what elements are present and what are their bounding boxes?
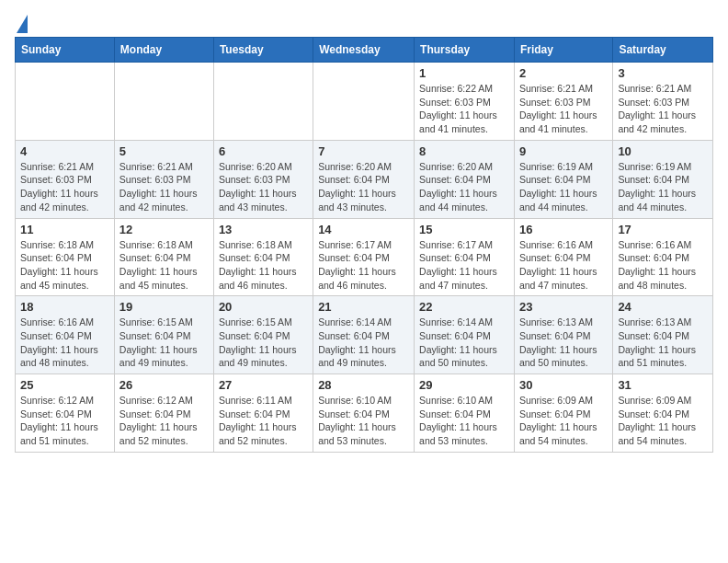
day-number: 11 xyxy=(20,223,109,236)
calendar-cell: 9 Sunrise: 6:19 AM Sunset: 6:04 PM Dayli… xyxy=(514,140,612,218)
day-info: Sunrise: 6:20 AM Sunset: 6:03 PM Dayligh… xyxy=(219,160,308,214)
calendar-cell: 18 Sunrise: 6:16 AM Sunset: 6:04 PM Dayl… xyxy=(16,296,115,374)
calendar-cell: 13 Sunrise: 6:18 AM Sunset: 6:04 PM Dayl… xyxy=(213,218,313,296)
day-info: Sunrise: 6:12 AM Sunset: 6:04 PM Dayligh… xyxy=(119,394,209,448)
calendar-cell xyxy=(213,63,313,141)
calendar-cell: 25 Sunrise: 6:12 AM Sunset: 6:04 PM Dayl… xyxy=(16,374,115,453)
day-number: 17 xyxy=(618,223,708,236)
header-tuesday: Tuesday xyxy=(213,38,313,63)
calendar-cell: 28 Sunrise: 6:10 AM Sunset: 6:04 PM Dayl… xyxy=(313,374,415,453)
day-info: Sunrise: 6:10 AM Sunset: 6:04 PM Dayligh… xyxy=(318,394,409,448)
day-info: Sunrise: 6:14 AM Sunset: 6:04 PM Dayligh… xyxy=(419,316,509,370)
calendar-cell: 11 Sunrise: 6:18 AM Sunset: 6:04 PM Dayl… xyxy=(16,218,115,296)
day-info: Sunrise: 6:19 AM Sunset: 6:04 PM Dayligh… xyxy=(618,160,708,214)
day-number: 4 xyxy=(20,144,109,158)
week-row-4: 18 Sunrise: 6:16 AM Sunset: 6:04 PM Dayl… xyxy=(16,296,713,374)
day-number: 16 xyxy=(519,223,608,236)
day-info: Sunrise: 6:15 AM Sunset: 6:04 PM Dayligh… xyxy=(119,316,209,370)
day-number: 24 xyxy=(618,300,708,314)
header-wednesday: Wednesday xyxy=(313,38,415,63)
day-info: Sunrise: 6:11 AM Sunset: 6:04 PM Dayligh… xyxy=(219,394,308,448)
logo xyxy=(15,15,28,29)
day-number: 31 xyxy=(618,378,708,392)
day-number: 9 xyxy=(519,144,608,158)
day-number: 25 xyxy=(20,378,109,392)
day-number: 15 xyxy=(419,223,509,236)
calendar-cell: 26 Sunrise: 6:12 AM Sunset: 6:04 PM Dayl… xyxy=(114,374,213,453)
calendar-cell: 1 Sunrise: 6:22 AM Sunset: 6:03 PM Dayli… xyxy=(415,63,515,141)
calendar-cell: 8 Sunrise: 6:20 AM Sunset: 6:04 PM Dayli… xyxy=(415,140,515,218)
calendar-cell: 19 Sunrise: 6:15 AM Sunset: 6:04 PM Dayl… xyxy=(114,296,213,374)
calendar-cell: 12 Sunrise: 6:18 AM Sunset: 6:04 PM Dayl… xyxy=(114,218,213,296)
day-info: Sunrise: 6:18 AM Sunset: 6:04 PM Dayligh… xyxy=(219,238,308,293)
day-number: 6 xyxy=(219,144,308,158)
day-number: 14 xyxy=(318,223,409,236)
calendar-cell: 23 Sunrise: 6:13 AM Sunset: 6:04 PM Dayl… xyxy=(514,296,612,374)
day-number: 28 xyxy=(318,378,409,392)
day-info: Sunrise: 6:19 AM Sunset: 6:04 PM Dayligh… xyxy=(519,160,608,214)
day-info: Sunrise: 6:10 AM Sunset: 6:04 PM Dayligh… xyxy=(419,394,509,448)
calendar-cell: 20 Sunrise: 6:15 AM Sunset: 6:04 PM Dayl… xyxy=(213,296,313,374)
day-info: Sunrise: 6:18 AM Sunset: 6:04 PM Dayligh… xyxy=(119,238,209,293)
header-monday: Monday xyxy=(114,38,213,63)
day-number: 29 xyxy=(419,378,509,392)
day-info: Sunrise: 6:16 AM Sunset: 6:04 PM Dayligh… xyxy=(519,238,608,293)
day-info: Sunrise: 6:20 AM Sunset: 6:04 PM Dayligh… xyxy=(419,160,509,214)
calendar-cell: 2 Sunrise: 6:21 AM Sunset: 6:03 PM Dayli… xyxy=(514,63,612,141)
week-row-2: 4 Sunrise: 6:21 AM Sunset: 6:03 PM Dayli… xyxy=(16,140,713,218)
calendar-cell: 24 Sunrise: 6:13 AM Sunset: 6:04 PM Dayl… xyxy=(613,296,713,374)
calendar-cell xyxy=(313,63,415,141)
day-number: 7 xyxy=(318,144,409,158)
day-info: Sunrise: 6:20 AM Sunset: 6:04 PM Dayligh… xyxy=(318,160,409,214)
calendar-cell: 6 Sunrise: 6:20 AM Sunset: 6:03 PM Dayli… xyxy=(213,140,313,218)
day-info: Sunrise: 6:13 AM Sunset: 6:04 PM Dayligh… xyxy=(618,316,708,370)
day-number: 30 xyxy=(519,378,608,392)
day-number: 18 xyxy=(20,300,109,314)
day-number: 2 xyxy=(519,66,608,80)
day-info: Sunrise: 6:14 AM Sunset: 6:04 PM Dayligh… xyxy=(318,316,409,370)
calendar-cell: 31 Sunrise: 6:09 AM Sunset: 6:04 PM Dayl… xyxy=(613,374,713,453)
calendar-cell xyxy=(114,63,213,141)
calendar-cell: 15 Sunrise: 6:17 AM Sunset: 6:04 PM Dayl… xyxy=(415,218,515,296)
day-number: 12 xyxy=(119,223,209,236)
day-info: Sunrise: 6:09 AM Sunset: 6:04 PM Dayligh… xyxy=(618,394,708,448)
calendar-cell xyxy=(16,63,115,141)
week-row-1: 1 Sunrise: 6:22 AM Sunset: 6:03 PM Dayli… xyxy=(16,63,713,141)
header-thursday: Thursday xyxy=(415,38,515,63)
day-number: 5 xyxy=(119,144,209,158)
day-info: Sunrise: 6:21 AM Sunset: 6:03 PM Dayligh… xyxy=(618,82,708,136)
day-info: Sunrise: 6:15 AM Sunset: 6:04 PM Dayligh… xyxy=(219,316,308,370)
calendar-cell: 7 Sunrise: 6:20 AM Sunset: 6:04 PM Dayli… xyxy=(313,140,415,218)
day-info: Sunrise: 6:13 AM Sunset: 6:04 PM Dayligh… xyxy=(519,316,608,370)
page-header xyxy=(15,15,713,29)
calendar-table: SundayMondayTuesdayWednesdayThursdayFrid… xyxy=(15,37,713,453)
day-number: 26 xyxy=(119,378,209,392)
header-friday: Friday xyxy=(514,38,612,63)
day-number: 8 xyxy=(419,144,509,158)
day-number: 22 xyxy=(419,300,509,314)
calendar-cell: 30 Sunrise: 6:09 AM Sunset: 6:04 PM Dayl… xyxy=(514,374,612,453)
day-number: 1 xyxy=(419,66,509,80)
day-number: 21 xyxy=(318,300,409,314)
day-info: Sunrise: 6:21 AM Sunset: 6:03 PM Dayligh… xyxy=(519,82,608,136)
calendar-cell: 5 Sunrise: 6:21 AM Sunset: 6:03 PM Dayli… xyxy=(114,140,213,218)
day-info: Sunrise: 6:09 AM Sunset: 6:04 PM Dayligh… xyxy=(519,394,608,448)
calendar-cell: 4 Sunrise: 6:21 AM Sunset: 6:03 PM Dayli… xyxy=(16,140,115,218)
calendar-cell: 22 Sunrise: 6:14 AM Sunset: 6:04 PM Dayl… xyxy=(415,296,515,374)
calendar-cell: 14 Sunrise: 6:17 AM Sunset: 6:04 PM Dayl… xyxy=(313,218,415,296)
day-number: 23 xyxy=(519,300,608,314)
day-number: 20 xyxy=(219,300,308,314)
day-number: 19 xyxy=(119,300,209,314)
day-info: Sunrise: 6:17 AM Sunset: 6:04 PM Dayligh… xyxy=(318,238,409,293)
calendar-cell: 16 Sunrise: 6:16 AM Sunset: 6:04 PM Dayl… xyxy=(514,218,612,296)
day-number: 13 xyxy=(219,223,308,236)
day-info: Sunrise: 6:12 AM Sunset: 6:04 PM Dayligh… xyxy=(20,394,109,448)
day-info: Sunrise: 6:18 AM Sunset: 6:04 PM Dayligh… xyxy=(20,238,109,293)
calendar-cell: 21 Sunrise: 6:14 AM Sunset: 6:04 PM Dayl… xyxy=(313,296,415,374)
day-info: Sunrise: 6:21 AM Sunset: 6:03 PM Dayligh… xyxy=(119,160,209,214)
day-info: Sunrise: 6:22 AM Sunset: 6:03 PM Dayligh… xyxy=(419,82,509,136)
header-saturday: Saturday xyxy=(613,38,713,63)
day-info: Sunrise: 6:21 AM Sunset: 6:03 PM Dayligh… xyxy=(20,160,109,214)
day-info: Sunrise: 6:16 AM Sunset: 6:04 PM Dayligh… xyxy=(20,316,109,370)
day-info: Sunrise: 6:16 AM Sunset: 6:04 PM Dayligh… xyxy=(618,238,708,293)
